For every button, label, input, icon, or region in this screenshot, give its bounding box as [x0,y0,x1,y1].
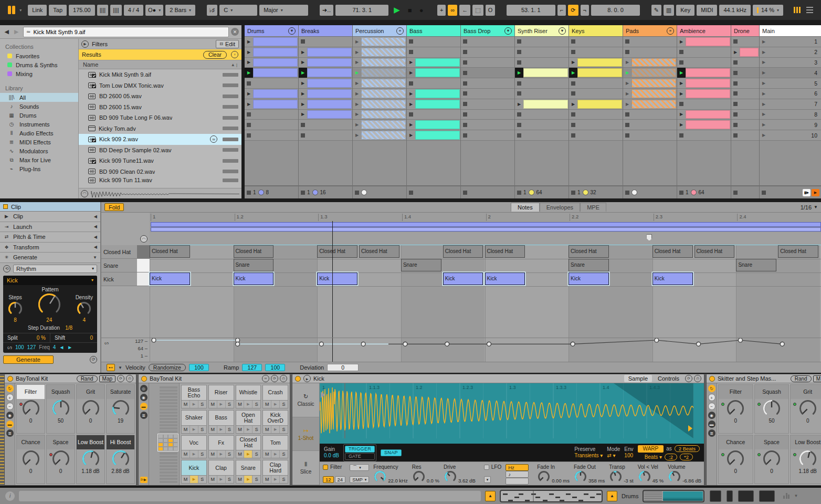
clip-slot[interactable] [299,130,352,141]
pad-mute-button[interactable]: M [236,476,245,483]
pad-solo-button[interactable]: S [280,450,288,458]
ramp-from-field[interactable]: 127 [242,364,262,371]
rand-macros-button[interactable]: Rand [791,375,812,382]
clip-playing-icon[interactable]: ▶ [299,68,307,78]
warp-button[interactable]: WARP [638,445,664,453]
remove-macro-icon[interactable]: − [6,403,14,410]
pad-solo-button[interactable]: S [198,450,206,458]
track-stop-icon[interactable] [571,191,575,195]
browser-forward-icon[interactable]: ▶ [14,28,18,35]
knob-dial[interactable] [7,301,23,317]
playing-clip[interactable]: ▶ [299,68,352,78]
clip-slot[interactable] [407,78,460,89]
clip-slot[interactable] [623,47,677,58]
scene-2[interactable]: ▶2 [760,47,821,58]
warp-double-button[interactable]: *2 [680,454,693,460]
file-kicky-tom-adv[interactable]: Kicky Tom.adv [79,123,241,134]
sidebar-item-modulators[interactable]: ∿ Modulators [0,146,78,155]
clip-play-icon[interactable]: ▶ [407,99,415,109]
device-drag-strip[interactable] [0,374,4,486]
pad-bass[interactable]: Bass M ▶ S [208,410,234,434]
file-bd-909-clean-02-wav[interactable]: >BD 909 Clean 02.wav [79,166,241,177]
pad-clap-hard[interactable]: Clap Hard M ▶ S [262,460,288,484]
quantize-menu[interactable]: 2 Bars [165,5,195,16]
pad-play-icon[interactable]: ▶ [244,450,252,458]
snapshot-icon[interactable]: ◉ [708,412,715,419]
follow-button[interactable]: ➜‥ [320,5,334,16]
clip[interactable]: ▶ [623,99,677,110]
clip-slot[interactable] [407,47,460,58]
clip-play-icon[interactable]: ▶ [677,120,686,130]
step-duration-value[interactable]: 1/8 [65,325,72,331]
clip-play-icon[interactable]: ▶ [623,89,631,99]
filter-on-toggle[interactable] [323,465,328,470]
knob-dial[interactable] [111,399,130,418]
ableton-logo[interactable] [5,4,17,16]
pad-clap[interactable]: Clap M ▶ S [208,460,234,484]
pad-solo-button[interactable]: S [280,476,288,483]
add-macro-icon[interactable]: ＋ [6,394,14,401]
track-header[interactable]: Pads≡ [623,25,677,37]
clip-slot[interactable] [245,110,298,120]
collection-mixing[interactable]: Mixing [0,69,78,78]
clip[interactable]: ▶ [299,110,352,120]
track-status[interactable]: 132 [569,186,623,198]
time-signature-field[interactable]: 4 / 4 [124,5,143,16]
tempo-field[interactable]: 175.00 [69,5,95,16]
midi-note-closed-hat[interactable]: Closed Hat [652,245,693,258]
mode-classic[interactable]: ↻Classic [292,383,319,417]
clip[interactable]: ▶ [677,89,731,99]
sort-ascending-icon[interactable]: ▲ | [231,62,237,67]
search-input[interactable] [33,29,226,35]
scene-5[interactable]: ▶5 [760,78,821,89]
clip-slot[interactable] [515,47,569,58]
stop-button[interactable]: ■ [405,5,415,16]
pad-mute-button[interactable]: M [263,426,271,433]
playing-clip[interactable]: ▶ [569,68,623,78]
midi-note-closed-hat[interactable]: Closed Hat [443,245,483,258]
clip[interactable]: ▶ [245,37,298,47]
chevron-circle-icon[interactable]: ▼ [288,27,296,35]
preview-sample-icon[interactable]: ▶ [303,375,311,382]
clip-play-icon[interactable]: ▶ [407,120,415,130]
midi-note-snare[interactable]: Snare [401,259,441,271]
clip-slot[interactable] [569,130,623,141]
chevron-circle-icon[interactable]: ▼ [559,27,566,35]
midi-note-closed-hat[interactable]: Closed Hat [317,245,357,258]
clip-view-tab[interactable]: Clip [0,202,100,212]
track-header[interactable]: Drums▼ [245,25,298,37]
fold-key[interactable] [137,272,150,286]
clip-play-icon[interactable]: ▶ [677,37,686,47]
simpler-thumbnail[interactable] [663,491,703,501]
clip[interactable]: ▶ [407,120,460,130]
clip[interactable]: ▶ [299,47,352,58]
save-preset-icon[interactable]: ⎙ [126,375,133,382]
pad-play-icon[interactable]: ▶ [217,401,226,408]
fold-key[interactable] [137,259,150,272]
clip-overview[interactable] [500,490,603,502]
clip[interactable]: ▶ [353,89,406,99]
filter-section[interactable]: Filter1224 [323,463,345,484]
macro-chance[interactable]: Chance 0 [718,435,753,484]
midi-note-snare[interactable]: Snare [569,259,609,271]
file-bd-deep-dr-sample-02-wav[interactable]: >BD Deep Dr Sample 02.wav [79,145,241,156]
save-preset-icon[interactable]: ⎙ [694,375,701,382]
clip-play-icon[interactable]: ▶ [353,99,361,109]
show-pads-icon[interactable]: ▬ [140,403,148,410]
track-stop-icon[interactable] [679,191,683,195]
track-status[interactable] [407,186,460,198]
pad-play-icon[interactable]: ▶ [190,401,198,408]
midi-note-closed-hat[interactable]: Closed Hat [150,245,190,258]
knob-dial[interactable] [798,399,817,418]
deviation-field[interactable]: 0 [327,364,359,371]
file-kick-909-2-wav[interactable]: Kick 909 2.wav ≃ [79,134,241,145]
track-status[interactable] [731,186,759,198]
save-preset-icon[interactable]: ⎙ [280,375,287,382]
clip-play-icon[interactable]: ▶ [299,110,307,120]
nudge-up-button[interactable]: |||| [110,5,121,16]
grid-interval-menu[interactable]: 1/16▼ [801,204,818,211]
pad-crash[interactable]: Crash M ▶ S [262,385,288,408]
track-status[interactable]: 164 [677,186,731,198]
pattern-knob[interactable]: 24 [37,292,61,323]
scene-play-icon[interactable]: ▶ [760,39,768,44]
